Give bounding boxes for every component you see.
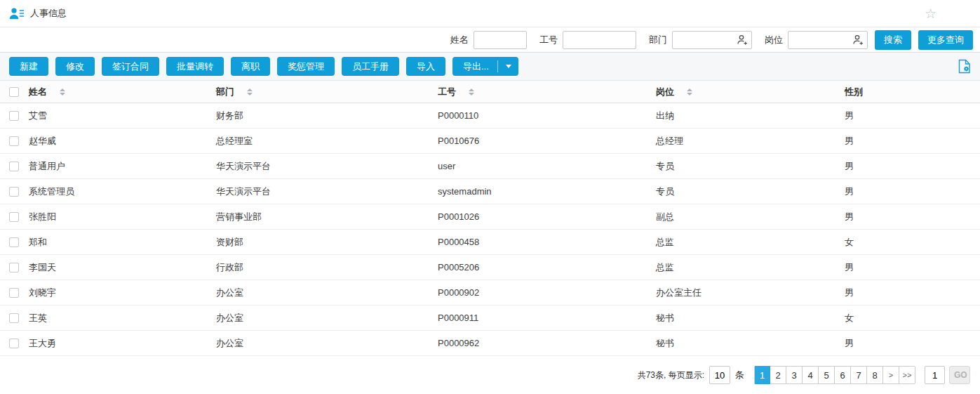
favorite-star-icon[interactable]: ☆ [925,7,937,20]
row-checkbox[interactable] [9,313,19,323]
search-input-wrap-name [474,31,527,49]
page-title: 人事信息 [30,7,67,20]
export-dropdown[interactable] [497,60,511,72]
search-field-post: 岗位 [765,31,868,49]
table-row: 普通用户华天演示平台user专员男 [0,154,980,179]
next-page-button[interactable]: > [883,366,899,384]
select-all-checkbox[interactable] [9,87,19,97]
cell-gender: 女 [845,236,980,249]
column-header-4: 性别 [845,86,980,98]
toolbar-button-sign-contract[interactable]: 签订合同 [102,57,159,76]
row-checkbox[interactable] [9,237,19,247]
go-button[interactable]: GO [949,366,970,384]
search-input-name[interactable] [474,32,526,48]
toolbar-button-batch-transfer[interactable]: 批量调转 [166,57,224,76]
search-input-post[interactable] [788,32,849,48]
page-button-3[interactable]: 3 [786,366,803,384]
cell-post: 总监 [656,236,845,249]
toolbar-button-employee-handbook[interactable]: 员工手册 [342,57,399,76]
cell-name: 刘晓宇 [29,287,216,299]
cell-department: 营销事业部 [216,211,438,223]
row-checkbox-cell [0,187,29,197]
cell-name: 艾雪 [29,110,216,122]
cell-department: 办公室 [216,337,438,350]
person-add-icon[interactable] [849,32,867,48]
cell-post: 副总 [656,211,845,223]
page-button-2[interactable]: 2 [770,366,786,384]
page-size-unit: 条 [735,369,744,381]
column-header-label: 岗位 [656,86,674,98]
goto-page-input[interactable] [925,366,945,384]
cell-name: 赵华威 [29,135,216,147]
cell-post: 总监 [656,261,845,274]
row-checkbox-cell [0,263,29,272]
sort-icon[interactable] [247,88,253,96]
cell-name: 普通用户 [29,160,216,173]
cell-department: 总经理室 [216,135,438,147]
table-settings-icon[interactable] [958,59,971,74]
column-header-2: 工号 [438,86,656,98]
search-input-wrap-post [788,31,868,49]
cell-post: 秘书 [656,337,845,350]
row-checkbox[interactable] [9,187,19,197]
table-body: 艾雪财务部P0000110出纳男赵华威总经理室P0010676总经理男普通用户华… [0,103,980,356]
page-button-8[interactable]: 8 [867,366,883,384]
header-checkbox-cell [0,87,29,97]
person-add-icon[interactable] [733,32,751,48]
page-button-7[interactable]: 7 [851,366,867,384]
cell-name: 王大勇 [29,337,216,350]
table-row: 王大勇办公室P0000962秘书男 [0,331,980,356]
cell-name: 张胜阳 [29,211,216,223]
row-checkbox[interactable] [9,212,19,222]
row-checkbox[interactable] [9,162,19,171]
table-row: 王英办公室P0000911秘书女 [0,306,980,331]
search-input-department[interactable] [673,32,733,48]
export-label: 导出... [463,60,497,73]
page-button-6[interactable]: 6 [835,366,851,384]
sort-icon[interactable] [469,88,474,96]
toolbar-button-edit[interactable]: 修改 [55,57,95,76]
cell-gender: 男 [845,185,980,198]
row-checkbox[interactable] [9,263,19,272]
cell-empno: P0000911 [438,313,656,323]
cell-empno: P0000110 [438,110,656,121]
column-header-label: 姓名 [29,86,47,98]
sort-icon[interactable] [60,88,65,96]
last-page-button[interactable]: >> [899,366,915,384]
toolbar-button-import[interactable]: 导入 [406,57,445,76]
table-row: 郑和资财部P0000458总监女 [0,230,980,255]
toolbar-button-new[interactable]: 新建 [9,57,48,76]
page-button-5[interactable]: 5 [819,366,835,384]
cell-post: 专员 [656,185,845,198]
cell-empno: systemadmin [438,186,656,197]
cell-post: 出纳 [656,110,845,122]
row-checkbox[interactable] [9,288,19,298]
cell-gender: 男 [845,287,980,299]
sort-icon[interactable] [687,88,692,96]
page-size-input[interactable] [709,366,730,384]
row-checkbox[interactable] [9,136,19,146]
page-button-4[interactable]: 4 [803,366,819,384]
pagination-bar: 共73条, 每页显示: 条 12345678>>> GO [0,356,980,394]
column-header-label: 部门 [216,86,234,98]
cell-department: 财务部 [216,110,438,122]
cell-post: 专员 [656,160,845,173]
cell-post: 总经理 [656,135,845,147]
page-button-1[interactable]: 1 [754,366,770,384]
toolbar-button-resign[interactable]: 离职 [231,57,270,76]
cell-department: 华天演示平台 [216,160,438,173]
row-checkbox[interactable] [9,111,19,121]
search-input-empno[interactable] [563,32,636,48]
row-checkbox[interactable] [9,339,19,348]
search-label-name: 姓名 [450,34,469,46]
people-icon [8,7,25,20]
search-bar: 姓名工号部门岗位 搜索 更多查询 [0,27,980,53]
title-bar: 人事信息 ☆ [0,0,980,27]
search-input-wrap-empno [563,31,636,49]
cell-name: 系统管理员 [29,185,216,198]
toolbar-button-reward-punishment[interactable]: 奖惩管理 [277,57,335,76]
toolbar-button-export[interactable]: 导出... [452,57,518,76]
search-button[interactable]: 搜索 [875,30,911,50]
row-checkbox-cell [0,237,29,247]
more-query-button[interactable]: 更多查询 [918,30,973,50]
